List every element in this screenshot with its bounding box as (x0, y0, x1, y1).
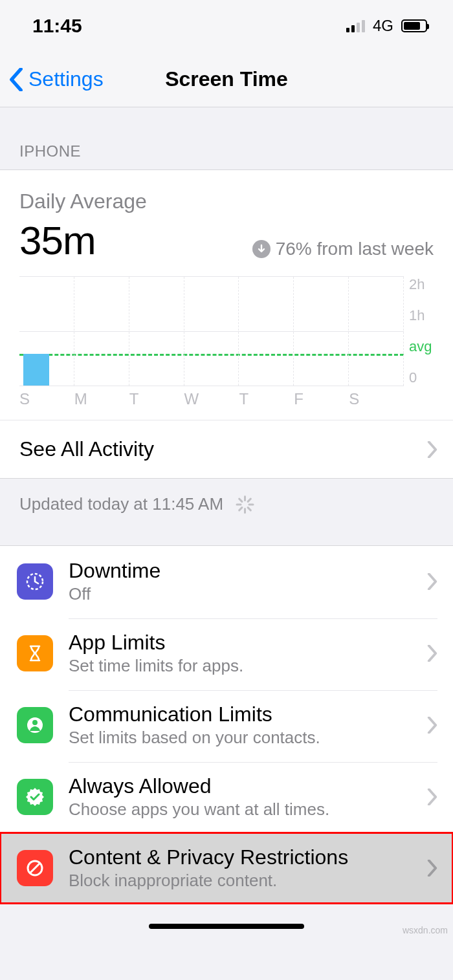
chevron-right-icon (427, 645, 437, 662)
row-title: Content & Privacy Restrictions (69, 845, 348, 869)
svg-point-2 (32, 720, 38, 725)
status-time: 11:45 (32, 15, 82, 37)
usage-chart: 2h 1h avg 0 (0, 263, 453, 386)
network-label: 4G (373, 17, 393, 35)
updated-text: Updated today at 11:45 AM (19, 494, 223, 514)
nav-bar: Settings Screen Time (0, 52, 453, 107)
downtime-icon (17, 563, 53, 600)
chart-bar-sun (23, 354, 49, 386)
signal-icon (346, 19, 365, 32)
spinner-icon (235, 495, 253, 514)
row-title: Downtime (69, 559, 160, 583)
chevron-right-icon (427, 789, 437, 805)
row-title: Always Allowed (69, 774, 329, 798)
hourglass-icon (17, 635, 53, 671)
chart-y-axis: 2h 1h avg 0 (404, 276, 434, 386)
arrow-down-icon (252, 240, 271, 258)
check-seal-icon (17, 779, 53, 815)
row-title: Communication Limits (69, 702, 320, 726)
home-indicator[interactable] (0, 904, 453, 935)
chevron-right-icon (427, 717, 437, 734)
row-always-allowed[interactable]: Always Allowed Choose apps you want at a… (0, 761, 453, 833)
see-all-label: See All Activity (19, 437, 154, 461)
section-header-iphone: IPHONE (0, 107, 453, 169)
row-subtitle: Set time limits for apps. (69, 656, 243, 676)
row-title: App Limits (69, 631, 243, 655)
status-bar: 11:45 4G (0, 0, 453, 52)
row-subtitle: Set limits based on your contacts. (69, 728, 320, 748)
no-entry-icon (17, 850, 53, 886)
daily-average-label: Daily Average (19, 190, 434, 213)
back-label: Settings (28, 67, 104, 91)
back-button[interactable]: Settings (9, 67, 104, 91)
row-app-limits[interactable]: App Limits Set time limits for apps. (0, 617, 453, 689)
row-subtitle: Off (69, 584, 160, 604)
chevron-right-icon (427, 441, 437, 458)
settings-list: Downtime Off App Limits Set time limits … (0, 545, 453, 904)
svg-line-4 (30, 863, 40, 873)
row-downtime[interactable]: Downtime Off (0, 546, 453, 617)
contact-icon (17, 707, 53, 743)
chart-x-axis: SM TW TF S (0, 386, 453, 420)
usage-card[interactable]: Daily Average 35m 76% from last week 2h … (0, 169, 453, 479)
chevron-left-icon (9, 68, 23, 91)
battery-icon (401, 19, 427, 32)
see-all-activity[interactable]: See All Activity (0, 420, 453, 478)
updated-status: Updated today at 11:45 AM (0, 479, 453, 545)
chevron-right-icon (427, 573, 437, 590)
trend-text: 76% from last week (276, 239, 434, 259)
trend: 76% from last week (252, 239, 434, 259)
daily-average-value: 35m (19, 217, 96, 263)
row-content-privacy[interactable]: Content & Privacy Restrictions Block ina… (0, 833, 453, 904)
row-communication-limits[interactable]: Communication Limits Set limits based on… (0, 689, 453, 761)
row-subtitle: Choose apps you want at all times. (69, 800, 329, 820)
watermark: wsxdn.com (403, 925, 448, 935)
chevron-right-icon (427, 860, 437, 877)
status-right: 4G (346, 17, 427, 35)
row-subtitle: Block inappropriate content. (69, 871, 348, 891)
